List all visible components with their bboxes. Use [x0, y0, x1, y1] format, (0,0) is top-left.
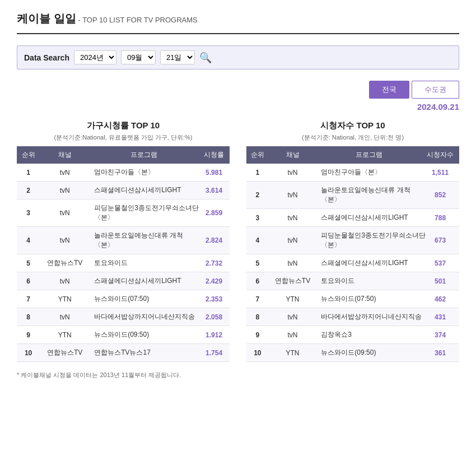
page-title: 케이블 일일: [17, 12, 76, 25]
channel-cell: tvN: [269, 254, 317, 272]
program-cell: 엄마친구아들〈본〉: [90, 164, 198, 182]
program-cell: 김창옥쇼3: [316, 326, 421, 344]
household-col-rank: 순위: [17, 146, 40, 164]
program-cell: 스패셜에디션삼시세끼LIGHT: [90, 182, 198, 199]
year-select[interactable]: 2024년: [74, 50, 116, 64]
table-row: 8 tvN 바다에서밥상까지어니네산지직송 431: [246, 308, 459, 326]
value-cell: 537: [421, 254, 459, 272]
household-col-channel: 채널: [40, 146, 90, 164]
channel-cell: YTN: [40, 290, 90, 308]
value-cell: 852: [421, 182, 459, 209]
rank-cell: 3: [246, 209, 269, 227]
table-row: 6 tvN 스패셜에디션삼시세끼LIGHT 2.429: [17, 272, 230, 290]
table-row: 1 tvN 엄마친구아들〈본〉 1,511: [246, 164, 459, 182]
value-cell: 3.614: [198, 182, 230, 199]
viewers-table-body: 1 tvN 엄마친구아들〈본〉 1,511 2 tvN 놀라운토요일에능신대류 …: [246, 164, 459, 362]
value-cell: 2.859: [198, 199, 230, 227]
program-cell: 뉴스와이드(07:50): [316, 290, 421, 308]
household-table-title: 가구시청률 TOP 10: [17, 120, 230, 131]
program-cell: 바다에서밥상까지어니네산지직송: [90, 308, 198, 326]
region-nationwide-button[interactable]: 전국: [369, 81, 409, 99]
rank-cell: 3: [17, 199, 40, 227]
table-row: 10 연합뉴스TV 연합뉴스TV뉴스17 1.754: [17, 344, 230, 362]
viewers-col-value: 시청자수: [421, 146, 459, 164]
date-display: 2024.09.21: [17, 102, 459, 112]
table-row: 3 tvN 피딩눈물철인3종도전기무쇠소녀단〈본〉 2.859: [17, 199, 230, 227]
household-table-body: 1 tvN 엄마친구아들〈본〉 5.981 2 tvN 스패셜에디션삼시세끼LI…: [17, 164, 230, 362]
value-cell: 5.981: [198, 164, 230, 182]
channel-cell: tvN: [269, 326, 317, 344]
search-bar: Data Search 2024년 09월 21일 🔍: [17, 45, 459, 69]
page-title-area: 케이블 일일 - TOP 10 LIST FOR TV PROGRAMS: [17, 11, 459, 34]
table-row: 7 YTN 뉴스와이드(07:50) 462: [246, 290, 459, 308]
table-row: 3 tvN 스패셜에디션삼시세끼LIGHT 788: [246, 209, 459, 227]
month-select[interactable]: 09월: [121, 50, 156, 64]
rank-cell: 4: [246, 227, 269, 254]
table-row: 4 tvN 피딩눈물철인3종도전기무쇠소녀단〈본〉 673: [246, 227, 459, 254]
region-buttons: 전국 수도권: [17, 81, 459, 99]
viewers-col-rank: 순위: [246, 146, 269, 164]
table-row: 8 tvN 바다에서밥상까지어니네산지직송 2.058: [17, 308, 230, 326]
viewers-col-channel: 채널: [269, 146, 317, 164]
program-cell: 스패셜에디션삼시세끼LIGHT: [316, 254, 421, 272]
program-cell: 놀라운토요일에능신대류 개척〈본〉: [90, 227, 198, 254]
table-row: 9 tvN 김창옥쇼3 374: [246, 326, 459, 344]
page-subtitle: - TOP 10 LIST FOR TV PROGRAMS: [78, 16, 198, 24]
value-cell: 462: [421, 290, 459, 308]
search-label: Data Search: [24, 53, 69, 62]
table-row: 5 tvN 스패셜에디션삼시세끼LIGHT 537: [246, 254, 459, 272]
household-table: 순위 채널 프로그램 시청률 1 tvN 엄마친구아들〈본〉 5.981 2 t…: [17, 146, 230, 362]
table-row: 10 YTN 뉴스와이드(09:50) 361: [246, 344, 459, 362]
table-row: 7 YTN 뉴스와이드(07:50) 2.353: [17, 290, 230, 308]
program-cell: 놀라운토요일에능신대류 개척〈본〉: [316, 182, 421, 209]
channel-cell: tvN: [40, 182, 90, 199]
viewers-table: 순위 채널 프로그램 시청자수 1 tvN 엄마친구아들〈본〉 1,511 2 …: [246, 146, 459, 362]
rank-cell: 1: [246, 164, 269, 182]
program-cell: 토요와이드: [90, 254, 198, 272]
rank-cell: 6: [246, 272, 269, 290]
viewers-table-subtitle: (분석기준: National, 개인, 단위:천 명): [246, 133, 459, 142]
footnote: * 케이블채널 시청을 데이터는 2013년 11월부터 제공됩니다.: [17, 371, 459, 379]
program-cell: 피딩눈물철인3종도전기무쇠소녀단〈본〉: [90, 199, 198, 227]
rank-cell: 9: [17, 326, 40, 344]
program-cell: 연합뉴스TV뉴스17: [90, 344, 198, 362]
rank-cell: 5: [17, 254, 40, 272]
channel-cell: tvN: [40, 272, 90, 290]
channel-cell: YTN: [269, 344, 317, 362]
program-cell: 뉴스와이드(07:50): [90, 290, 198, 308]
rank-cell: 10: [246, 344, 269, 362]
rank-cell: 5: [246, 254, 269, 272]
viewers-table-title: 시청자수 TOP 10: [246, 120, 459, 131]
household-col-program: 프로그램: [90, 146, 198, 164]
value-cell: 2.429: [198, 272, 230, 290]
viewers-col-program: 프로그램: [316, 146, 421, 164]
table-row: 1 tvN 엄마친구아들〈본〉 5.981: [17, 164, 230, 182]
rank-cell: 8: [246, 308, 269, 326]
day-select[interactable]: 21일: [160, 50, 195, 64]
region-capital-button[interactable]: 수도권: [412, 81, 459, 99]
channel-cell: tvN: [269, 227, 317, 254]
rank-cell: 8: [17, 308, 40, 326]
channel-cell: tvN: [40, 199, 90, 227]
value-cell: 1.754: [198, 344, 230, 362]
value-cell: 673: [421, 227, 459, 254]
channel-cell: tvN: [40, 308, 90, 326]
rank-cell: 2: [17, 182, 40, 199]
rank-cell: 9: [246, 326, 269, 344]
value-cell: 788: [421, 209, 459, 227]
channel-cell: YTN: [269, 290, 317, 308]
rank-cell: 7: [246, 290, 269, 308]
value-cell: 2.824: [198, 227, 230, 254]
rank-cell: 6: [17, 272, 40, 290]
channel-cell: YTN: [40, 326, 90, 344]
channel-cell: tvN: [269, 308, 317, 326]
value-cell: 361: [421, 344, 459, 362]
channel-cell: 연합뉴스TV: [40, 254, 90, 272]
viewers-table-section: 시청자수 TOP 10 (분석기준: National, 개인, 단위:천 명)…: [246, 120, 459, 362]
table-row: 4 tvN 놀라운토요일에능신대류 개척〈본〉 2.824: [17, 227, 230, 254]
viewers-table-header: 순위 채널 프로그램 시청자수: [246, 146, 459, 164]
table-row: 5 연합뉴스TV 토요와이드 2.732: [17, 254, 230, 272]
value-cell: 374: [421, 326, 459, 344]
search-input[interactable]: [216, 53, 452, 62]
search-button[interactable]: 🔍: [199, 52, 212, 64]
